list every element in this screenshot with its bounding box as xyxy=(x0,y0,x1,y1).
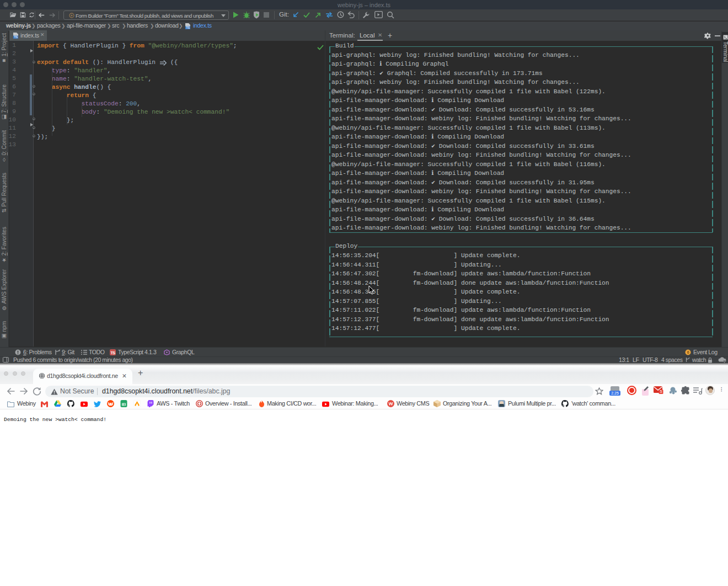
svg-text:TS: TS xyxy=(14,35,18,39)
svg-text:6: 6 xyxy=(687,350,689,354)
svg-text:TS: TS xyxy=(186,26,190,29)
svg-text:TS: TS xyxy=(110,351,115,355)
svg-text:5: 5 xyxy=(660,390,662,393)
